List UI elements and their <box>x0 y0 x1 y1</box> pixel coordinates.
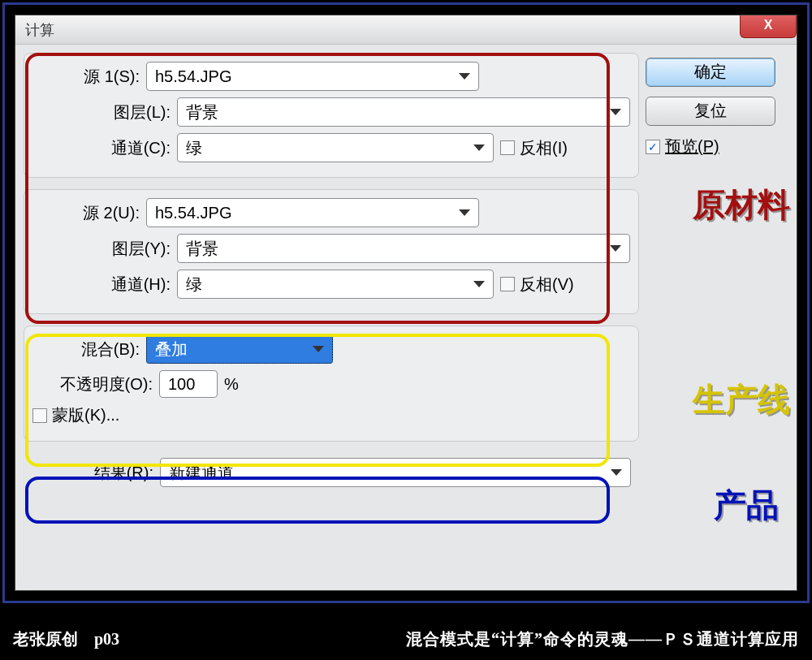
source1-select[interactable]: h5.54.JPG <box>146 62 479 91</box>
group-result: 结果(R): 新建通道 <box>24 453 639 487</box>
preview-label: 预览(P) <box>665 136 719 157</box>
source1-invert-checkbox[interactable] <box>500 140 515 155</box>
source2-channel-value: 绿 <box>186 274 202 295</box>
group-blend: 混合(B): 叠加 不透明度(O): % 蒙版(K)... <box>24 326 639 442</box>
chevron-down-icon <box>473 281 485 287</box>
blend-mode-select[interactable]: 叠加 <box>146 334 333 364</box>
opacity-suffix: % <box>224 375 239 394</box>
source1-channel-value: 绿 <box>186 137 202 159</box>
source2-channel-select[interactable]: 绿 <box>177 270 494 299</box>
calculations-dialog: 计算 X 源 1(S): h5.54.JPG <box>15 15 797 591</box>
blend-mode-value: 叠加 <box>155 339 188 360</box>
source2-value: h5.54.JPG <box>155 204 232 222</box>
chevron-down-icon <box>473 145 485 151</box>
dialog-title: 计算 <box>25 20 54 40</box>
ok-button[interactable]: 确定 <box>646 58 775 87</box>
source1-layer-value: 背景 <box>186 101 218 123</box>
check-icon: ✓ <box>648 140 658 153</box>
annotation-product: 产品 <box>714 483 779 528</box>
mask-checkbox[interactable] <box>32 408 47 423</box>
ok-button-label: 确定 <box>694 63 727 80</box>
reset-button[interactable]: 复位 <box>646 97 775 126</box>
source1-layer-select[interactable]: 背景 <box>177 97 630 127</box>
mask-label: 蒙版(K)... <box>52 404 119 426</box>
source1-channel-select[interactable]: 绿 <box>177 133 494 162</box>
source1-label: 源 1(S): <box>32 66 140 88</box>
source1-invert-label: 反相(I) <box>520 137 568 159</box>
source1-layer-label: 图层(L): <box>32 101 171 123</box>
close-button[interactable]: X <box>740 15 797 38</box>
opacity-label: 不透明度(O): <box>32 373 153 395</box>
chevron-down-icon <box>459 209 470 216</box>
close-icon: X <box>764 18 773 32</box>
source2-layer-value: 背景 <box>186 238 218 260</box>
chevron-down-icon <box>610 109 621 115</box>
titlebar[interactable]: 计算 X <box>15 15 797 45</box>
source2-layer-select[interactable]: 背景 <box>177 234 630 263</box>
opacity-input[interactable] <box>159 370 218 398</box>
footer-author: 老张原创 <box>13 630 78 648</box>
reset-button-label: 复位 <box>694 101 727 119</box>
annotation-line: 生产线 <box>693 377 790 422</box>
source2-layer-label: 图层(Y): <box>32 238 171 260</box>
slide-footer: 老张原创 p03 混合模式是“计算”命令的灵魂——ＰＳ通道计算应用 <box>0 618 812 660</box>
source2-label: 源 2(U): <box>32 202 140 224</box>
blend-label: 混合(B): <box>32 339 140 360</box>
result-value: 新建通道 <box>169 462 234 484</box>
chevron-down-icon <box>459 73 470 80</box>
source1-value: h5.54.JPG <box>155 67 232 86</box>
result-label: 结果(R): <box>32 462 153 484</box>
source2-channel-label: 通道(H): <box>32 274 171 295</box>
source2-invert-checkbox[interactable] <box>500 277 515 291</box>
source2-invert-label: 反相(V) <box>520 274 574 295</box>
annotation-raw: 原材料 <box>693 183 790 227</box>
source2-select[interactable]: h5.54.JPG <box>146 198 479 227</box>
chevron-down-icon <box>610 245 621 252</box>
preview-checkbox[interactable]: ✓ <box>646 140 660 154</box>
footer-page: p03 <box>94 630 119 648</box>
group-source2: 源 2(U): h5.54.JPG 图层(Y): 背景 <box>24 189 639 314</box>
source1-channel-label: 通道(C): <box>32 137 171 159</box>
chevron-down-icon <box>313 346 324 352</box>
chevron-down-icon <box>611 469 622 476</box>
result-select[interactable]: 新建通道 <box>160 458 631 487</box>
group-source1: 源 1(S): h5.54.JPG 图层(L): 背景 <box>24 53 639 178</box>
footer-caption: 混合模式是“计算”命令的灵魂——ＰＳ通道计算应用 <box>406 628 799 650</box>
